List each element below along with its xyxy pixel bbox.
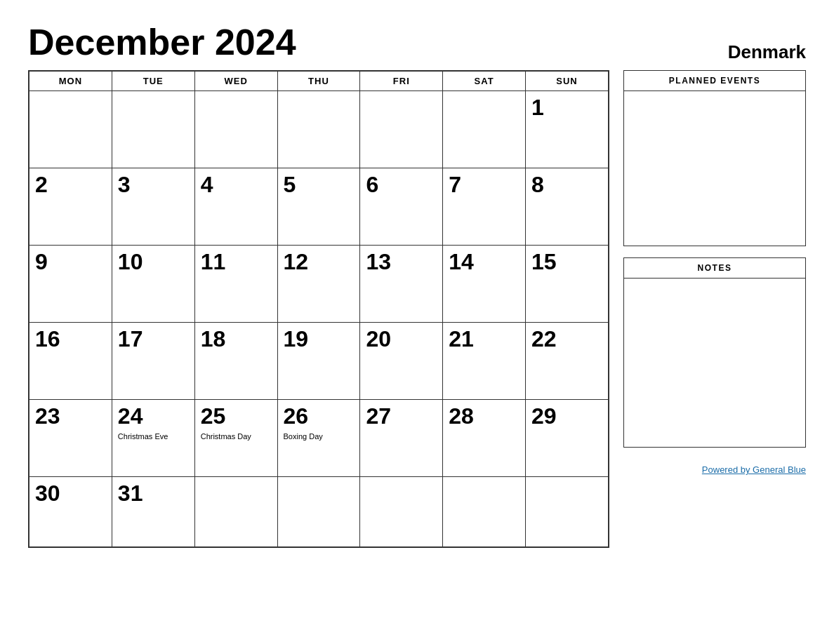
table-row: 20 (360, 323, 443, 400)
table-row (277, 91, 360, 168)
table-row: 2 (29, 168, 112, 246)
country-title: Denmark (728, 41, 806, 63)
col-fri: FRI (360, 72, 443, 91)
day-number: 15 (531, 250, 602, 274)
planned-events-box: PLANNED EVENTS (623, 70, 806, 246)
table-row: 26Boxing Day (277, 400, 360, 477)
notes-box: NOTES (623, 257, 806, 448)
table-row: 16 (29, 323, 112, 400)
col-tue: TUE (112, 72, 194, 91)
table-row: 8 (526, 168, 609, 246)
table-row: 5 (277, 168, 360, 246)
table-row (29, 91, 112, 168)
table-row (360, 91, 443, 168)
table-row (194, 91, 277, 168)
table-row (277, 477, 360, 547)
table-row (526, 477, 609, 547)
day-number: 23 (35, 404, 106, 429)
day-number: 11 (201, 250, 272, 274)
col-sat: SAT (443, 72, 526, 91)
table-row: 28 (443, 400, 526, 477)
notes-title: NOTES (624, 258, 805, 279)
day-number: 21 (449, 327, 519, 351)
powered-by-link[interactable]: Powered by General Blue (702, 464, 806, 475)
table-row: 23 (29, 400, 112, 477)
month-title: December 2024 (28, 21, 296, 63)
day-number: 24 (118, 404, 189, 429)
day-number: 17 (118, 327, 189, 351)
day-number: 1 (531, 95, 602, 120)
day-number: 22 (531, 327, 602, 351)
day-number: 12 (284, 250, 355, 274)
table-row: 9 (29, 246, 112, 323)
day-number: 3 (118, 173, 189, 197)
table-row: 7 (443, 168, 526, 246)
notes-content (624, 279, 805, 447)
table-row: 25Christmas Day (194, 400, 277, 477)
day-number: 9 (35, 250, 106, 274)
day-number: 31 (118, 481, 189, 506)
table-row: 1 (526, 91, 609, 168)
day-number: 2 (35, 173, 106, 197)
table-row: 18 (194, 323, 277, 400)
day-number: 10 (118, 250, 189, 274)
col-sun: SUN (526, 72, 609, 91)
table-row: 17 (112, 323, 194, 400)
col-mon: MON (29, 72, 112, 91)
day-number: 29 (531, 404, 602, 429)
planned-events-content (624, 91, 805, 246)
page-header: December 2024 Denmark (28, 21, 806, 63)
table-row: 30 (29, 477, 112, 547)
table-row: 21 (443, 323, 526, 400)
day-number: 20 (366, 327, 437, 351)
col-wed: WED (194, 72, 277, 91)
day-number: 16 (35, 327, 106, 351)
holiday-label: Christmas Day (201, 431, 272, 441)
table-row: 31 (112, 477, 194, 547)
table-row: 13 (360, 246, 443, 323)
day-number: 8 (531, 173, 602, 197)
day-number: 27 (366, 404, 437, 429)
day-number: 13 (366, 250, 437, 274)
table-row: 12 (277, 246, 360, 323)
day-number: 19 (284, 327, 355, 351)
table-row: 24Christmas Eve (112, 400, 194, 477)
table-row: 3 (112, 168, 194, 246)
table-row: 10 (112, 246, 194, 323)
day-number: 5 (284, 173, 355, 197)
day-number: 28 (449, 404, 519, 429)
powered-by: Powered by General Blue (623, 464, 806, 475)
table-row (112, 91, 194, 168)
day-number: 14 (449, 250, 519, 274)
table-row (360, 477, 443, 547)
day-number: 18 (201, 327, 272, 351)
holiday-label: Christmas Eve (118, 431, 189, 441)
sidebar: PLANNED EVENTS NOTES Powered by General … (623, 70, 806, 548)
table-row: 6 (360, 168, 443, 246)
day-number: 6 (366, 173, 437, 197)
day-number: 25 (201, 404, 272, 429)
table-row (194, 477, 277, 547)
table-row: 27 (360, 400, 443, 477)
table-row (443, 91, 526, 168)
table-row: 11 (194, 246, 277, 323)
holiday-label: Boxing Day (284, 431, 355, 441)
calendar-header-row: MON TUE WED THU FRI SAT SUN (29, 72, 609, 91)
day-number: 7 (449, 173, 519, 197)
main-content: MON TUE WED THU FRI SAT SUN 123456789101… (28, 70, 806, 548)
planned-events-title: PLANNED EVENTS (624, 71, 805, 91)
table-row: 4 (194, 168, 277, 246)
col-thu: THU (277, 72, 360, 91)
table-row: 19 (277, 323, 360, 400)
calendar-grid: MON TUE WED THU FRI SAT SUN 123456789101… (29, 71, 609, 547)
table-row: 15 (526, 246, 609, 323)
table-row: 29 (526, 400, 609, 477)
day-number: 26 (284, 404, 355, 429)
day-number: 4 (201, 173, 272, 197)
table-row: 22 (526, 323, 609, 400)
table-row (443, 477, 526, 547)
table-row: 14 (443, 246, 526, 323)
day-number: 30 (35, 481, 106, 506)
calendar-section: MON TUE WED THU FRI SAT SUN 123456789101… (28, 70, 609, 548)
